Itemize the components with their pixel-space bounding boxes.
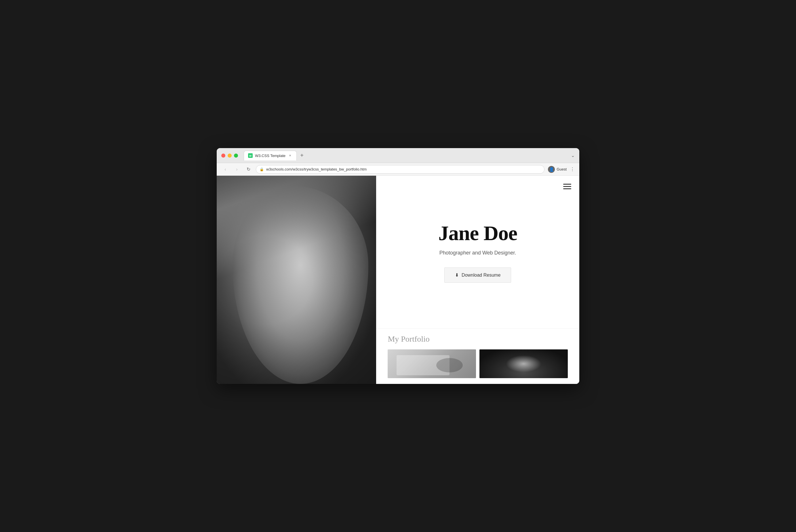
profile-label: Guest — [557, 167, 567, 171]
content-panel: Jane Doe Photographer and Web Designer. … — [376, 176, 579, 384]
tab-favicon: w — [248, 153, 253, 158]
hamburger-line-3 — [563, 188, 571, 189]
profile-avatar[interactable]: 👤 — [548, 166, 555, 173]
address-bar: ‹ › ↻ 🔒 w3schools.com/w3css/tryw3css_tem… — [217, 163, 579, 176]
active-tab[interactable]: w W3.CSS Template × — [244, 151, 297, 160]
back-button[interactable]: ‹ — [221, 165, 229, 173]
download-icon: ⬇ — [455, 272, 459, 278]
traffic-lights — [221, 154, 238, 157]
browser-window: w W3.CSS Template × + ⌄ ‹ › ↻ 🔒 w3school… — [217, 148, 579, 384]
hamburger-line-2 — [563, 186, 571, 187]
portfolio-grid — [388, 349, 568, 378]
download-resume-button[interactable]: ⬇ Download Resume — [444, 267, 511, 283]
more-options-button[interactable]: ⋮ — [570, 167, 575, 172]
tab-title: W3.CSS Template — [255, 154, 285, 158]
portfolio-thumb-1[interactable] — [388, 349, 476, 378]
portfolio-title: My Portfolio — [388, 335, 568, 344]
tab-bar: w W3.CSS Template × + ⌄ — [244, 151, 575, 160]
portfolio-thumb-2[interactable] — [479, 349, 568, 378]
hero-name: Jane Doe — [438, 222, 517, 245]
hero-portrait — [217, 176, 376, 384]
refresh-button[interactable]: ↻ — [244, 165, 253, 173]
minimize-window-button[interactable] — [228, 154, 232, 157]
hamburger-menu-button[interactable] — [562, 183, 572, 190]
hero-section: Jane Doe Photographer and Web Designer. … — [376, 176, 579, 328]
new-tab-button[interactable]: + — [298, 152, 306, 159]
close-window-button[interactable] — [221, 154, 225, 157]
maximize-window-button[interactable] — [234, 154, 238, 157]
download-btn-label: Download Resume — [462, 272, 500, 278]
page-content: Jane Doe Photographer and Web Designer. … — [217, 176, 579, 384]
tab-dropdown-button[interactable]: ⌄ — [571, 153, 575, 158]
title-bar: w W3.CSS Template × + ⌄ — [217, 148, 579, 163]
hamburger-line-1 — [563, 184, 571, 185]
hero-subtitle: Photographer and Web Designer. — [440, 250, 516, 256]
url-text: w3schools.com/w3css/tryw3css_templates_b… — [266, 167, 367, 171]
portfolio-section: My Portfolio — [376, 328, 579, 384]
url-bar[interactable]: 🔒 w3schools.com/w3css/tryw3css_templates… — [256, 165, 544, 174]
lock-icon: 🔒 — [260, 167, 264, 171]
tab-close-button[interactable]: × — [288, 153, 292, 158]
forward-button[interactable]: › — [233, 165, 241, 173]
profile-area: 👤 Guest — [548, 166, 567, 173]
